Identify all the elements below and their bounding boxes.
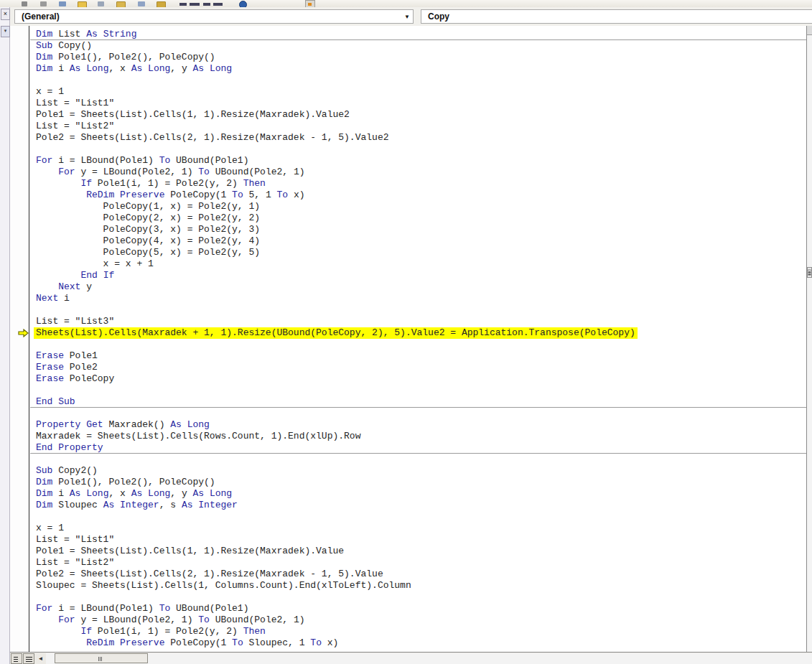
code-line[interactable]: ReDim Preserve PoleCopy(1 To Sloupec, 1 … bbox=[30, 637, 806, 649]
code-line[interactable] bbox=[30, 591, 806, 603]
code-line[interactable]: Maxradek = Sheets(List).Cells(Rows.Count… bbox=[30, 431, 806, 442]
code-line[interactable]: For y = LBound(Pole2, 1) To UBound(Pole2… bbox=[30, 614, 806, 626]
code-line[interactable]: PoleCopy(3, x) = Pole2(y, 3) bbox=[30, 224, 806, 235]
code-line[interactable]: Dim i As Long, x As Long, y As Long bbox=[30, 63, 806, 75]
code-line[interactable]: List = "List2" bbox=[30, 557, 806, 569]
code-line[interactable]: For i = LBound(Pole1) To UBound(Pole1) bbox=[30, 603, 806, 614]
code-line[interactable]: Property Get Maxradek() As Long bbox=[30, 419, 806, 431]
code-line[interactable]: Dim i As Long, x As Long, y As Long bbox=[30, 488, 806, 500]
code-line[interactable] bbox=[30, 339, 806, 350]
code-line[interactable]: End Property bbox=[30, 442, 806, 454]
code-line[interactable]: List = "List1" bbox=[30, 534, 806, 546]
code-line[interactable]: List = "List3" bbox=[30, 316, 806, 327]
code-line[interactable] bbox=[30, 511, 806, 523]
full-module-view-button[interactable] bbox=[23, 653, 34, 664]
code-line[interactable]: List = "List2" bbox=[30, 121, 806, 132]
toolbar-icon bbox=[59, 1, 66, 6]
procedure-view-button[interactable] bbox=[11, 653, 22, 664]
vertical-scrollbar[interactable] bbox=[806, 26, 812, 652]
code-line[interactable]: Erase PoleCopy bbox=[30, 373, 806, 385]
code-line[interactable]: If Pole1(i, 1) = Pole2(y, 2) Then bbox=[30, 178, 806, 190]
toolbar-icon bbox=[98, 1, 104, 6]
vertical-scrollbar-thumb[interactable] bbox=[807, 267, 812, 278]
code-line[interactable]: Dim Sloupec As Integer, s As Integer bbox=[30, 500, 806, 511]
code-line[interactable]: x = 1 bbox=[30, 523, 806, 534]
code-line[interactable]: x = 1 bbox=[30, 86, 806, 98]
toolbar-status-fragment bbox=[213, 3, 223, 6]
execution-point-arrow-icon bbox=[18, 329, 29, 337]
code-line[interactable]: For i = LBound(Pole1) To UBound(Pole1) bbox=[30, 155, 806, 167]
code-line[interactable]: Erase Pole2 bbox=[30, 362, 806, 373]
code-line[interactable]: Dim Pole1(), Pole2(), PoleCopy() bbox=[30, 477, 806, 488]
code-line[interactable]: List = "List1" bbox=[30, 98, 806, 109]
procedure-dropdown[interactable]: Copy ▼ bbox=[421, 9, 812, 24]
code-line[interactable]: PoleCopy(4, x) = Pole2(y, 4) bbox=[30, 235, 806, 247]
full-module-view-icon bbox=[26, 657, 32, 658]
code-line[interactable]: PoleCopy(2, x) = Pole2(y, 2) bbox=[30, 212, 806, 224]
code-line[interactable]: Pole1 = Sheets(List).Cells(1, 1).Resize(… bbox=[30, 109, 806, 121]
code-line[interactable] bbox=[30, 304, 806, 316]
toolbar-status-fragment bbox=[190, 3, 200, 6]
bottom-bar: ◄ bbox=[10, 652, 812, 664]
code-line[interactable]: For y = LBound(Pole2, 1) To UBound(Pole2… bbox=[30, 167, 806, 178]
horizontal-scrollbar-thumb[interactable] bbox=[55, 653, 148, 663]
code-editor[interactable]: Dim List As StringSub Copy()Dim Pole1(),… bbox=[30, 26, 806, 652]
code-line[interactable]: End Sub bbox=[30, 396, 806, 408]
code-line[interactable]: Pole1 = Sheets(List).Cells(1, 1).Resize(… bbox=[30, 546, 806, 557]
code-line[interactable]: Pole2 = Sheets(List).Cells(2, 1).Resize(… bbox=[30, 569, 806, 580]
toolbar-icon bbox=[22, 1, 27, 6]
close-icon[interactable]: × bbox=[1, 9, 10, 20]
code-line[interactable]: Sloupec = Sheets(List).Cells(1, Columns.… bbox=[30, 580, 806, 591]
toolbar-status-fragment bbox=[179, 3, 187, 6]
code-line[interactable] bbox=[30, 75, 806, 86]
horizontal-scrollbar[interactable] bbox=[46, 653, 812, 664]
toolbar-icon bbox=[138, 1, 145, 6]
code-line[interactable]: ReDim Preserve PoleCopy(1 To 5, 1 To x) bbox=[30, 190, 806, 201]
dropdown-handle-icon[interactable]: ▾ bbox=[1, 26, 10, 37]
code-line[interactable]: Dim List As String bbox=[30, 29, 806, 40]
code-line[interactable] bbox=[30, 454, 806, 465]
code-line[interactable] bbox=[30, 385, 806, 396]
scroll-left-icon[interactable]: ◄ bbox=[36, 654, 45, 663]
chevron-down-icon: ▼ bbox=[404, 14, 410, 20]
left-dock-strip: × ▾ bbox=[0, 7, 10, 664]
code-line[interactable]: Sheets(List).Cells(Maxradek + 1, 1).Resi… bbox=[30, 327, 806, 339]
toolbar-status-fragment bbox=[203, 3, 210, 6]
toolbar-icon bbox=[40, 1, 47, 6]
code-line[interactable] bbox=[30, 408, 806, 419]
margin-indicator-bar[interactable] bbox=[10, 26, 29, 652]
procedure-dropdown-value: Copy bbox=[428, 11, 449, 22]
scrollbar-button[interactable] bbox=[807, 26, 812, 35]
code-line[interactable]: Sub Copy2() bbox=[30, 465, 806, 477]
code-line[interactable]: End If bbox=[30, 270, 806, 281]
code-line[interactable]: Next i bbox=[30, 293, 806, 304]
code-line[interactable]: Erase Pole1 bbox=[30, 350, 806, 362]
code-line[interactable]: PoleCopy(1, x) = Pole2(y, 1) bbox=[30, 201, 806, 212]
object-dropdown-value: (General) bbox=[22, 11, 60, 22]
code-line[interactable]: x = x + 1 bbox=[30, 258, 806, 270]
code-line[interactable]: Pole2 = Sheets(List).Cells(2, 1).Resize(… bbox=[30, 132, 806, 144]
code-pane: Dim List As StringSub Copy()Dim Pole1(),… bbox=[10, 26, 806, 652]
code-line[interactable]: If Pole1(i, 1) = Pole2(y, 2) Then bbox=[30, 626, 806, 637]
code-line[interactable] bbox=[30, 144, 806, 155]
code-line[interactable]: Next y bbox=[30, 281, 806, 293]
code-line[interactable]: PoleCopy(5, x) = Pole2(y, 5) bbox=[30, 247, 806, 258]
object-dropdown[interactable]: (General) ▼ bbox=[14, 9, 414, 24]
code-line[interactable]: Sub Copy() bbox=[30, 40, 806, 52]
declarations-bar: (General) ▼ Copy ▼ bbox=[10, 7, 812, 27]
procedure-view-icon bbox=[14, 657, 18, 658]
code-line[interactable]: Dim Pole1(), Pole2(), PoleCopy() bbox=[30, 52, 806, 63]
